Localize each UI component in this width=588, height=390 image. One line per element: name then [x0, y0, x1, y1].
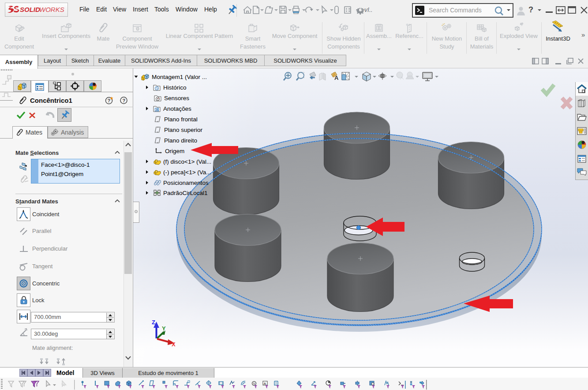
- svg-text:Y: Y: [162, 325, 166, 332]
- svg-text:X: X: [172, 341, 176, 348]
- svg-text:A: A: [264, 382, 266, 386]
- svg-text:?: ?: [123, 98, 126, 103]
- svg-text:A: A: [156, 108, 158, 112]
- svg-text:Z: Z: [152, 319, 155, 326]
- svg-text:A: A: [334, 75, 339, 81]
- svg-text:N: N: [253, 382, 255, 385]
- svg-text:SOLID: SOLID: [20, 6, 40, 13]
- svg-text:?: ?: [108, 98, 111, 103]
- svg-text:WORKS: WORKS: [39, 6, 64, 13]
